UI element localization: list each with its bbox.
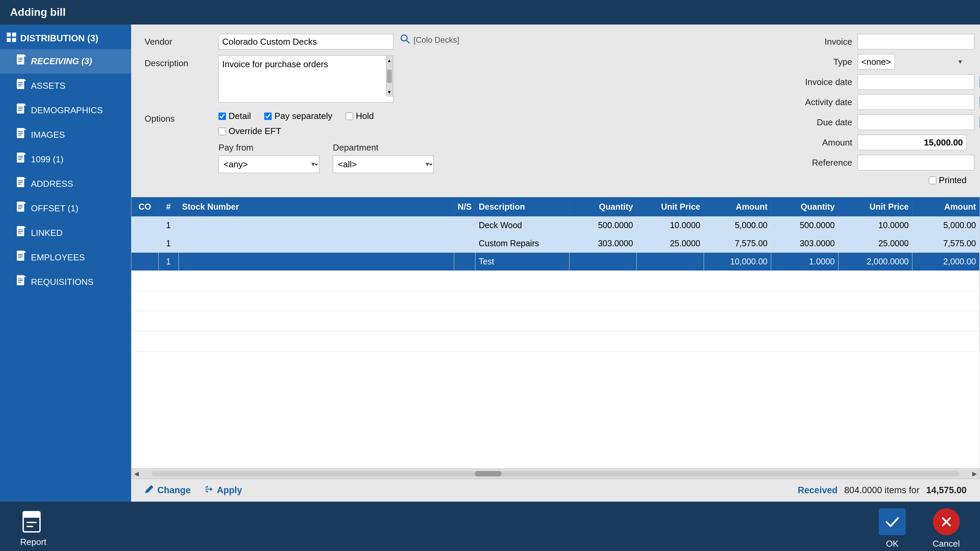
sidebar-item-label: ASSETS	[31, 81, 65, 91]
svg-rect-23	[18, 135, 22, 135]
override-eft-checkbox[interactable]	[218, 128, 226, 135]
type-select[interactable]: <none>	[858, 54, 895, 70]
report-button[interactable]: Report	[20, 510, 46, 547]
scroll-track[interactable]	[152, 471, 959, 476]
doc-icon	[17, 54, 26, 68]
doc-icon	[17, 152, 26, 166]
bottom-toolbar: Report OK Cancel	[0, 502, 980, 551]
sidebar-item-demographics[interactable]: DEMOGRAPHICS	[0, 98, 131, 122]
svg-rect-1	[12, 33, 16, 37]
cell-ns	[454, 252, 476, 271]
doc-icon	[17, 251, 26, 264]
pay-dept-selects: Pay from <any> Department	[218, 143, 434, 173]
scrollbar[interactable]: ▲ ▼	[386, 56, 393, 97]
title-bar: Adding bill	[0, 0, 980, 24]
cell-stock	[178, 235, 454, 252]
sidebar-section-distribution[interactable]: DISTRIBUTION (3)	[0, 28, 131, 49]
override-eft-checkbox-label[interactable]: Override EFT	[218, 126, 374, 137]
cell-co	[132, 252, 158, 271]
svg-rect-11	[18, 82, 23, 83]
pay-separately-checkbox[interactable]	[264, 113, 272, 120]
svg-rect-16	[18, 107, 23, 108]
hold-checkbox[interactable]	[345, 113, 353, 120]
amount-value: 15,000.00	[858, 135, 967, 150]
table-row[interactable]: 1 Test 10,000.00 1.0000 2,000.0000 2,000…	[132, 252, 980, 271]
detail-checkbox[interactable]	[218, 113, 226, 120]
sidebar-item-receiving[interactable]: RECEIVING (3)	[0, 49, 131, 73]
cell-co	[132, 235, 158, 252]
svg-rect-36	[18, 205, 23, 206]
scroll-left-arrow[interactable]: ◀	[132, 470, 142, 478]
scroll-thumb[interactable]	[475, 471, 501, 476]
svg-rect-3	[12, 38, 16, 42]
svg-rect-51	[18, 278, 23, 279]
col-ns: N/S	[454, 197, 476, 216]
doc-icon	[17, 275, 26, 289]
pay-separately-checkbox-label[interactable]: Pay separately	[264, 111, 332, 121]
due-date-row: Due date 📅	[772, 114, 967, 130]
cancel-button[interactable]: Cancel	[932, 508, 960, 549]
svg-marker-50	[24, 275, 26, 277]
ok-label: OK	[886, 538, 899, 549]
cell-description: Custom Repairs	[476, 235, 570, 252]
activity-date-input[interactable]	[858, 94, 974, 110]
sidebar-item-label: DEMOGRAPHICS	[31, 105, 103, 116]
sidebar-item-employees[interactable]: EMPLOYEES	[0, 245, 131, 270]
sidebar-item-1099[interactable]: 1099 (1)	[0, 147, 131, 171]
horizontal-scrollbar[interactable]: ◀ ▶	[132, 468, 980, 478]
table-header-row: CO # Stock Number N/S Description Quanti…	[132, 197, 980, 216]
cell-ns	[454, 216, 476, 235]
svg-marker-20	[24, 128, 26, 130]
change-button-label: Change	[158, 485, 191, 495]
pay-from-select[interactable]: <any>	[218, 156, 320, 173]
reference-input[interactable]	[858, 155, 974, 170]
due-date-label: Due date	[772, 117, 852, 128]
printed-checkbox-label[interactable]: Printed	[929, 175, 967, 186]
vendor-input[interactable]	[218, 34, 393, 49]
ok-icon	[879, 508, 906, 535]
svg-rect-61	[27, 522, 37, 523]
scroll-right-arrow[interactable]: ▶	[970, 470, 980, 478]
col-co: CO	[132, 197, 158, 216]
sidebar-item-address[interactable]: ADDRESS	[0, 171, 131, 196]
sidebar-item-offset[interactable]: OFFSET (1)	[0, 196, 131, 221]
cell-qty2: 303.0000	[771, 235, 838, 252]
svg-rect-42	[18, 231, 23, 232]
sidebar-item-label: EMPLOYEES	[31, 252, 85, 263]
detail-checkbox-label[interactable]: Detail	[218, 111, 251, 121]
sidebar-item-images[interactable]: IMAGES	[0, 122, 131, 147]
vendor-row: Vendor [Colo Decks]	[145, 34, 751, 49]
due-date-input[interactable]	[858, 114, 974, 130]
change-button[interactable]: Change	[145, 484, 191, 496]
col-amount2: Amount	[912, 197, 980, 216]
description-textarea[interactable]: Invoice for purchase orders	[218, 56, 393, 102]
printed-checkbox[interactable]	[929, 177, 936, 184]
sidebar-item-linked[interactable]: LINKED	[0, 221, 131, 245]
sidebar-item-assets[interactable]: ASSETS	[0, 73, 131, 98]
table-scroll-area[interactable]: CO # Stock Number N/S Description Quanti…	[132, 197, 980, 468]
ok-button[interactable]: OK	[879, 508, 906, 549]
invoice-input[interactable]	[858, 34, 974, 49]
sidebar-item-requisitions[interactable]: REQUISITIONS	[0, 270, 131, 294]
svg-rect-27	[18, 157, 23, 158]
col-unitprice2: Unit Price	[838, 197, 912, 216]
svg-rect-47	[18, 256, 23, 256]
cell-stock	[178, 252, 454, 271]
apply-button[interactable]: Apply	[204, 484, 242, 496]
invoice-date-input[interactable]	[858, 74, 974, 90]
svg-rect-32	[18, 182, 23, 183]
department-select[interactable]: <all>	[333, 156, 434, 173]
table-row[interactable]: 1 Deck Wood 500.0000 10.0000 5,000.00 50…	[132, 216, 980, 235]
description-wrapper: Invoice for purchase orders ▲ ▼	[218, 56, 393, 105]
options-label: Options	[145, 111, 212, 124]
edit-icon	[145, 484, 154, 496]
hold-checkbox-label[interactable]: Hold	[345, 111, 374, 121]
table-row[interactable]: 1 Custom Repairs 303.0000 25.0000 7,575.…	[132, 235, 980, 252]
cell-qty1: 500.0000	[570, 216, 637, 235]
invoice-row: Invoice	[772, 34, 967, 49]
description-row: Description Invoice for purchase orders …	[145, 56, 751, 105]
content-footer: Change Apply Received 804.0000 items for…	[131, 479, 980, 502]
app-title: Adding bill	[10, 6, 65, 18]
report-label: Report	[20, 537, 46, 547]
vendor-search-area[interactable]: [Colo Decks]	[400, 34, 459, 46]
